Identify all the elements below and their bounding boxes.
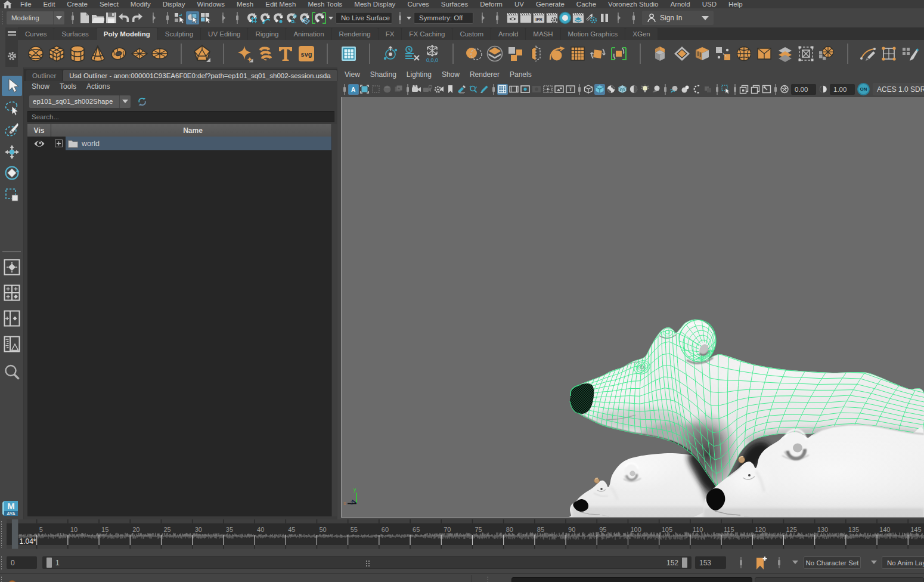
viewport-menu-view[interactable]: View [345, 69, 360, 81]
vp-xform-sq1-icon[interactable] [739, 84, 749, 95]
shelf-tab-fx-caching[interactable]: FX Caching [402, 28, 452, 40]
animation-start-field[interactable]: 0 [7, 556, 37, 569]
anim-layer-dropdown[interactable]: No Anim Layer [882, 556, 924, 569]
command-line-input[interactable] [511, 577, 752, 582]
vp-pan-zoom-icon[interactable] [468, 84, 479, 95]
expander-files[interactable] [151, 10, 156, 26]
two-pane-layout-button[interactable] [2, 308, 22, 329]
outliner-persp-layout-button[interactable] [2, 334, 22, 354]
shelf-icon-separate[interactable] [506, 44, 526, 64]
menu-mesh-display[interactable]: Mesh Display [348, 1, 401, 8]
menu-arnold[interactable]: Arnold [665, 1, 696, 8]
render-current-frame-icon[interactable] [519, 11, 532, 24]
menu-curves[interactable]: Curves [401, 1, 435, 8]
collapser-symmetry[interactable] [398, 10, 402, 26]
menu-select[interactable]: Select [94, 1, 125, 8]
shelf-tab-fx[interactable]: FX [379, 28, 402, 40]
range-slider-center-grip[interactable] [365, 560, 370, 566]
color-management-on-badge[interactable]: ON [857, 83, 870, 95]
toolbar-collapser[interactable] [733, 84, 737, 95]
rotate-tool-icon[interactable] [2, 163, 22, 183]
vp-shadow-ball-icon[interactable] [651, 84, 662, 95]
shelf-icon-poly-type[interactable] [275, 44, 296, 64]
shelf-tab-xgen[interactable]: XGen [625, 28, 657, 40]
maya-logo[interactable]: MAYA [2, 499, 20, 518]
anim-layer-menu-icon[interactable] [871, 561, 877, 564]
shelf-icon-reset-transform[interactable] [401, 44, 421, 64]
shelf-tab-custom[interactable]: Custom [452, 28, 491, 40]
shelf-icon-sculpt-mesh[interactable] [234, 44, 255, 64]
vp-xform-sq2-icon[interactable] [750, 84, 761, 95]
viewport-menu-lighting[interactable]: Lighting [407, 69, 432, 81]
vp-view-gate-icon[interactable] [359, 84, 370, 95]
vp-res-gate-icon[interactable] [520, 84, 531, 95]
tab-usd-outliner[interactable]: Usd Outliner - anon:000001C93EA6F0E0:def… [63, 70, 336, 81]
scale-tool-icon[interactable] [2, 185, 22, 205]
shelf-icon-curve-knife[interactable] [858, 44, 879, 64]
four-pane-layout-button[interactable] [2, 283, 22, 303]
menu-set-dropdown[interactable]: Modeling [7, 11, 64, 24]
viewport-menu-shading[interactable]: Shading [370, 69, 396, 81]
vp-camera-icon[interactable] [411, 84, 422, 95]
symmetry-menu-icon[interactable] [405, 11, 413, 24]
shelf-icon-freeze-transform[interactable]: 0,0,0 [422, 44, 442, 64]
shelf-icon-mirror[interactable] [526, 44, 546, 64]
gamma-field[interactable]: 1.00 [830, 84, 855, 95]
select-object-mode-icon[interactable] [186, 11, 199, 24]
symmetry-field[interactable]: Symmetry: Off [414, 12, 473, 24]
time-slider[interactable]: 5101520253035404550556065707580859095100… [0, 519, 924, 549]
shelf-icon-crease-rotate[interactable] [588, 44, 608, 64]
shelf-icon-extrude[interactable] [651, 44, 671, 64]
pause-viewport-icon[interactable] [598, 11, 611, 24]
menu-windows[interactable]: Windows [191, 1, 231, 8]
vp-safe-title-icon[interactable]: T [565, 84, 576, 95]
menu-usd[interactable]: USD [696, 1, 723, 8]
status-line-grip[interactable] [1, 10, 4, 26]
vp-gray-ball-icon[interactable] [382, 84, 393, 95]
shelf-tab-menu-icon[interactable] [5, 27, 18, 67]
range-start-handle[interactable] [46, 558, 52, 568]
redo-icon[interactable] [131, 11, 144, 24]
shelf-icon-poly-cone[interactable] [88, 44, 108, 64]
vp-iso-3-icon[interactable] [692, 84, 702, 95]
shelf-icon-poly-sphere[interactable] [26, 44, 46, 64]
viewport-menu-show[interactable]: Show [442, 69, 460, 81]
bookmark-add-icon[interactable] [755, 556, 768, 571]
menu-help[interactable]: Help [723, 1, 749, 8]
vp-iso-1-icon[interactable] [669, 84, 680, 95]
toolbar-collapser[interactable] [342, 84, 346, 95]
shelf-icon-poly-cylinder[interactable] [67, 44, 88, 64]
shelf-icon-poly-cube[interactable] [46, 44, 67, 64]
collapser-selection[interactable] [165, 10, 169, 26]
shelf-icon-poly-plane[interactable] [129, 44, 150, 64]
shelf-icon-poly-torus[interactable] [108, 44, 129, 64]
menu-generate[interactable]: Generate [530, 1, 570, 8]
shelf-icon-bridge[interactable] [692, 44, 712, 64]
shelf-icon-uv-pin[interactable] [879, 44, 900, 64]
outliner-menu-tools[interactable]: Tools [60, 82, 76, 91]
vp-grease-icon[interactable] [457, 84, 467, 95]
shelf-icon-frame-x[interactable] [796, 44, 816, 64]
snap-to-point-icon[interactable] [271, 11, 284, 24]
move-tool-icon[interactable] [2, 142, 22, 162]
menu-display[interactable]: Display [157, 1, 191, 8]
shelf-tab-poly-modeling[interactable]: Poly Modeling [97, 28, 157, 40]
select-component-icon[interactable] [199, 11, 212, 24]
snap-to-projected-center-icon[interactable] [284, 11, 297, 24]
vp-field-chart-icon[interactable] [542, 84, 553, 95]
vp-film-gate-icon[interactable] [508, 84, 519, 95]
vp-safe-action-icon[interactable] [554, 84, 565, 95]
vp-grid15-icon[interactable] [497, 84, 508, 95]
shelf-icon-modeling-toolkit[interactable] [339, 44, 359, 64]
vp-sel-cursor-icon[interactable] [721, 84, 731, 95]
snap-to-curve-icon[interactable] [258, 11, 271, 24]
shelf-tab-animation[interactable]: Animation [286, 28, 331, 40]
shelf-tab-rendering[interactable]: Rendering [332, 28, 378, 40]
menu-edit[interactable]: Edit [38, 1, 61, 8]
collapser-snap[interactable] [235, 10, 239, 26]
sign-in-dropdown[interactable]: Sign In [642, 11, 714, 25]
zoom-layout-button[interactable] [2, 362, 22, 382]
outliner-menu-actions[interactable]: Actions [86, 82, 110, 91]
collapser-signin[interactable] [631, 10, 635, 26]
vp-view-a-icon[interactable]: A [348, 84, 359, 95]
